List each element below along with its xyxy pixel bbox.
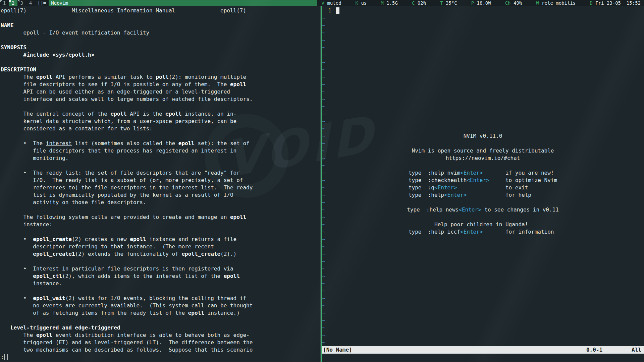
nvim-empty-line: ~ xyxy=(322,214,644,221)
tag-3[interactable]: 3 xyxy=(17,0,26,6)
tilde-marker: ~ xyxy=(322,111,325,117)
nvim-empty-line: ~ xyxy=(322,295,644,302)
tilde-marker: ~ xyxy=(322,22,325,28)
man-line: SYNOPSIS xyxy=(1,44,320,51)
tilde-marker: ~ xyxy=(322,243,325,250)
status-item-W: W rete mobilis xyxy=(536,0,576,6)
man-line xyxy=(1,287,320,295)
tilde-marker: ~ xyxy=(322,66,325,73)
nvim-empty-line: ~ xyxy=(322,280,644,287)
man-line: • epoll_wait(2) waits for I/O events, bl… xyxy=(1,295,320,302)
line-number: 1 xyxy=(322,7,331,14)
nvim-intro-line: type :help iccf<Enter> for information xyxy=(322,228,644,236)
tiled-workspace: epoll(7) Miscellaneous Information Manua… xyxy=(0,6,644,362)
man-line xyxy=(1,14,320,22)
tilde-marker: ~ xyxy=(322,29,325,36)
man-line: The epoll API performs a similar task to… xyxy=(1,73,320,81)
tilde-marker: ~ xyxy=(322,324,325,331)
nvim-empty-line: ~ xyxy=(322,44,644,51)
tilde-marker: ~ xyxy=(322,339,325,346)
man-line: API can be used either as an edge-trigge… xyxy=(1,88,320,96)
nvim-empty-line: ~ xyxy=(322,110,644,118)
nvim-ruler: 0,0-1All xyxy=(586,346,641,354)
tilde-marker: ~ xyxy=(322,265,325,272)
tilde-marker: ~ xyxy=(322,162,325,169)
nvim-empty-line: ~ xyxy=(322,73,644,81)
man-line: epoll_create1(2) extends the functionali… xyxy=(1,250,320,258)
status-item-V: V muted xyxy=(322,0,341,6)
nvim-intro-line: NVIM v0.11.0 xyxy=(322,132,644,140)
man-line: Level-triggered and edge-triggered xyxy=(1,324,320,331)
nvim-empty-line: ~ xyxy=(322,309,644,317)
tilde-marker: ~ xyxy=(322,258,325,264)
tag-1[interactable]: 1 xyxy=(0,0,9,6)
status-item-D: D Fri 23-05 15:52 xyxy=(590,0,641,6)
nvim-empty-line: ~NVIM v0.11.0 xyxy=(322,132,644,140)
man-line xyxy=(1,59,320,66)
nvim-empty-line: ~ xyxy=(322,96,644,103)
nvim-cmdline[interactable] xyxy=(322,354,644,361)
tilde-marker: ~ xyxy=(322,302,325,309)
man-line xyxy=(1,37,320,44)
nvim-empty-line: ~ xyxy=(322,14,644,22)
nvim-empty-line: ~ xyxy=(322,103,644,110)
man-line: kernel data structure which, from a user… xyxy=(1,118,320,125)
man-line: monitoring. xyxy=(1,155,320,162)
tilde-marker: ~ xyxy=(322,15,325,21)
tilde-marker: ~ xyxy=(322,96,325,102)
man-line: list is dynamically populated by the ker… xyxy=(1,191,320,199)
nvim-intro-line: type :checkhealth<Enter> to optimize Nvi… xyxy=(322,177,644,184)
tag-2[interactable]: 2 xyxy=(9,0,17,6)
nvim-empty-line: ~ xyxy=(322,236,644,243)
man-line: instance. xyxy=(1,280,320,287)
nvim-intro-line: type :q<Enter> to exit xyxy=(322,184,644,191)
nvim-empty-line: ~ xyxy=(322,287,644,295)
nvim-empty-line: ~ xyxy=(322,37,644,44)
man-line: epoll - I/O event notification facility xyxy=(1,29,320,37)
tilde-marker: ~ xyxy=(322,125,325,132)
nvim-intro-line: Nvim is open source and freely distribut… xyxy=(322,147,644,155)
terminal-manpage-window[interactable]: epoll(7) Miscellaneous Information Manua… xyxy=(0,6,321,362)
tilde-marker: ~ xyxy=(322,37,325,43)
pager-prompt[interactable]: : xyxy=(1,354,320,361)
nvim-empty-line: ~ xyxy=(322,339,644,346)
nvim-empty-line: ~ xyxy=(322,324,644,331)
nvim-empty-line: ~type :help news<Enter> to see changes i… xyxy=(322,206,644,214)
man-line: DESCRIPTION xyxy=(1,66,320,73)
tilde-marker: ~ xyxy=(322,236,325,242)
neovim-window[interactable]: 1~~~~~~~~~~~~~~~~~NVIM v0.11.0~~Nvim is … xyxy=(322,6,644,362)
man-line: NAME xyxy=(1,22,320,29)
inactive-cursor xyxy=(4,354,8,360)
man-line: file descriptors that the process has re… xyxy=(1,147,320,155)
block-cursor xyxy=(336,7,339,14)
workspace-tags: 1234 xyxy=(0,0,35,6)
nvim-empty-line: ~ xyxy=(322,273,644,280)
man-line: references to) the file descriptors in t… xyxy=(1,184,320,191)
nvim-empty-line: ~ xyxy=(322,258,644,265)
man-line: two mechanisms can be described as follo… xyxy=(1,346,320,354)
status-item-Ch: Ch 49% xyxy=(505,0,522,6)
tag-client-indicator xyxy=(18,0,19,2)
man-line: instance: xyxy=(1,221,320,228)
tilde-marker: ~ xyxy=(322,140,325,146)
man-line: The following system calls are provided … xyxy=(1,214,320,221)
tag-4[interactable]: 4 xyxy=(26,0,35,6)
nvim-empty-line: ~ xyxy=(322,140,644,147)
man-line: • Interest in particular file descriptor… xyxy=(1,265,320,273)
nvim-empty-line: ~ xyxy=(322,81,644,88)
tilde-marker: ~ xyxy=(322,288,325,294)
man-line xyxy=(1,206,320,214)
man-line: epoll_ctl(2), which adds items to the in… xyxy=(1,273,320,280)
man-line: The central concept of the epoll API is … xyxy=(1,110,320,118)
tilde-marker: ~ xyxy=(322,118,325,124)
tilde-marker: ~ xyxy=(322,317,325,323)
nvim-empty-line: ~ xyxy=(322,317,644,324)
tilde-marker: ~ xyxy=(322,103,325,110)
man-line xyxy=(1,228,320,236)
man-line xyxy=(1,317,320,324)
nvim-empty-line: ~ xyxy=(322,66,644,73)
nvim-empty-line: ~ xyxy=(322,331,644,339)
nvim-buffer[interactable]: 1~~~~~~~~~~~~~~~~~NVIM v0.11.0~~Nvim is … xyxy=(322,7,644,346)
man-line: interface and scales well to large numbe… xyxy=(1,96,320,103)
layout-indicator[interactable]: []= xyxy=(35,0,49,6)
